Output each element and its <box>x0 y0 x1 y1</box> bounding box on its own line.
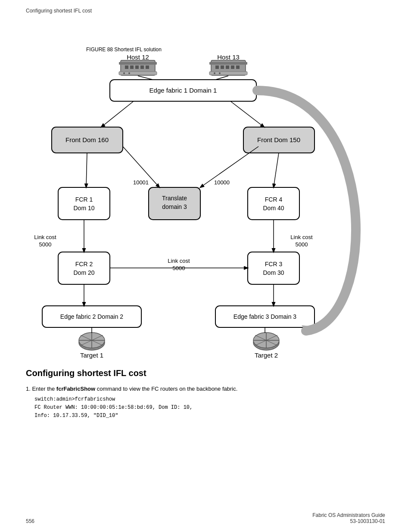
svg-rect-13 <box>221 65 224 69</box>
footer-doc-number: 53-1003130-01 <box>312 518 385 524</box>
svg-text:FCR 2: FCR 2 <box>75 261 93 268</box>
svg-line-62 <box>215 76 228 80</box>
page-header: Configuring shortest IFL cost <box>26 8 92 14</box>
svg-rect-12 <box>215 65 219 69</box>
code-block: switch:admin>fcrfabricshow FC Router WWN… <box>34 395 385 420</box>
svg-text:Edge fabric 3 Domain 3: Edge fabric 3 Domain 3 <box>234 313 297 320</box>
svg-rect-40 <box>248 252 299 284</box>
svg-text:domain 3: domain 3 <box>162 203 187 210</box>
svg-text:Dom 40: Dom 40 <box>263 205 284 212</box>
svg-rect-28 <box>58 187 110 220</box>
svg-line-63 <box>101 101 134 127</box>
svg-text:5000: 5000 <box>296 241 308 248</box>
section-heading: Configuring shortest IFL cost <box>26 368 146 378</box>
diagram-svg: Host 12 Host 13 Edge fabric 1 Domain 1 F… <box>26 56 385 358</box>
step1-bold: fcrFabricShow <box>56 386 95 392</box>
svg-rect-6 <box>146 65 149 69</box>
svg-text:FCR 4: FCR 4 <box>265 196 283 203</box>
svg-rect-34 <box>248 187 299 220</box>
svg-point-9 <box>128 72 130 74</box>
diagram: Host 12 Host 13 Edge fabric 1 Domain 1 F… <box>26 56 385 358</box>
svg-point-19 <box>219 72 221 74</box>
svg-text:Host 12: Host 12 <box>127 53 149 61</box>
svg-rect-5 <box>140 65 144 69</box>
section-body: 1. Enter the fcrFabricShow command to vi… <box>26 386 385 420</box>
svg-text:Link cost: Link cost <box>290 234 313 240</box>
svg-text:Dom 10: Dom 10 <box>73 205 94 212</box>
svg-text:10001: 10001 <box>133 179 149 186</box>
svg-rect-37 <box>58 252 110 284</box>
svg-text:FCR 3: FCR 3 <box>265 261 283 268</box>
svg-point-18 <box>214 72 215 74</box>
code-line-1: switch:admin>fcrfabricshow <box>34 395 385 404</box>
svg-text:Dom 20: Dom 20 <box>73 269 94 276</box>
code-line-3: Info: 10.17.33.59, "DID_10" <box>34 412 385 420</box>
figure-label-bold: FIGURE 88 <box>86 47 113 53</box>
svg-rect-14 <box>226 65 229 69</box>
svg-text:5000: 5000 <box>39 241 52 248</box>
svg-text:Front Dom 160: Front Dom 160 <box>65 136 109 143</box>
svg-line-64 <box>230 101 264 127</box>
code-line-2: FC Router WWN: 10:00:00:05:1e:58:bd:69, … <box>34 404 385 412</box>
svg-rect-3 <box>130 65 134 69</box>
figure-label-normal: Shortest IFL solution <box>113 47 162 53</box>
step1-rest: command to view the FC routers on the ba… <box>95 386 237 392</box>
svg-rect-11 <box>209 62 247 65</box>
svg-text:FCR 1: FCR 1 <box>75 196 93 203</box>
svg-rect-4 <box>135 65 139 69</box>
svg-text:Target 1: Target 1 <box>80 352 103 359</box>
svg-text:5000: 5000 <box>173 265 185 271</box>
svg-rect-1 <box>119 62 157 65</box>
svg-rect-15 <box>231 65 234 69</box>
svg-text:Link cost: Link cost <box>168 258 190 264</box>
svg-line-61 <box>138 76 153 80</box>
step1-text: 1. Enter the fcrFabricShow command to vi… <box>26 386 385 392</box>
svg-text:Host 13: Host 13 <box>217 53 240 61</box>
svg-text:Dom 30: Dom 30 <box>263 269 284 276</box>
svg-text:Edge fabric 2 Domain 2: Edge fabric 2 Domain 2 <box>60 313 124 320</box>
svg-text:Translate: Translate <box>162 195 187 202</box>
svg-text:Link cost: Link cost <box>34 234 56 240</box>
svg-text:Front Dom 150: Front Dom 150 <box>257 136 300 143</box>
svg-text:Edge fabric 1 Domain 1: Edge fabric 1 Domain 1 <box>149 87 217 94</box>
figure-label: FIGURE 88 Shortest IFL solution <box>86 47 162 53</box>
footer-title: Fabric OS Administrators Guide <box>312 512 385 518</box>
svg-rect-2 <box>125 65 128 69</box>
svg-text:10000: 10000 <box>214 179 230 186</box>
svg-line-68 <box>274 153 279 187</box>
svg-line-65 <box>86 153 87 187</box>
svg-point-8 <box>123 72 125 74</box>
svg-text:Target 2: Target 2 <box>255 352 278 359</box>
svg-rect-16 <box>236 65 240 69</box>
footer-right: Fabric OS Administrators Guide 53-100313… <box>312 512 385 524</box>
footer-page-number: 556 <box>26 518 34 524</box>
